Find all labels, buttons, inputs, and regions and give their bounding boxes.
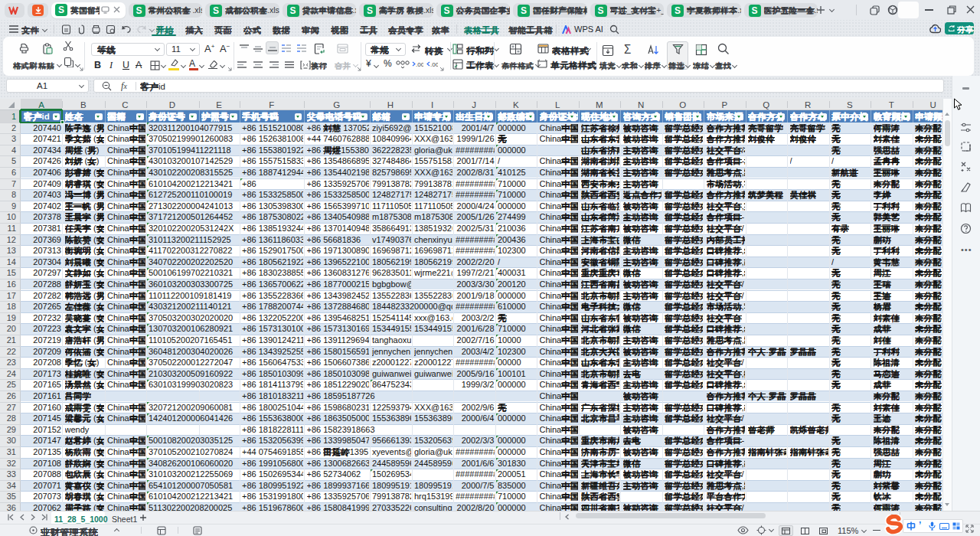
svg-text:.00: .00 [416, 61, 423, 68]
svg-text:.00: .00 [430, 61, 438, 68]
